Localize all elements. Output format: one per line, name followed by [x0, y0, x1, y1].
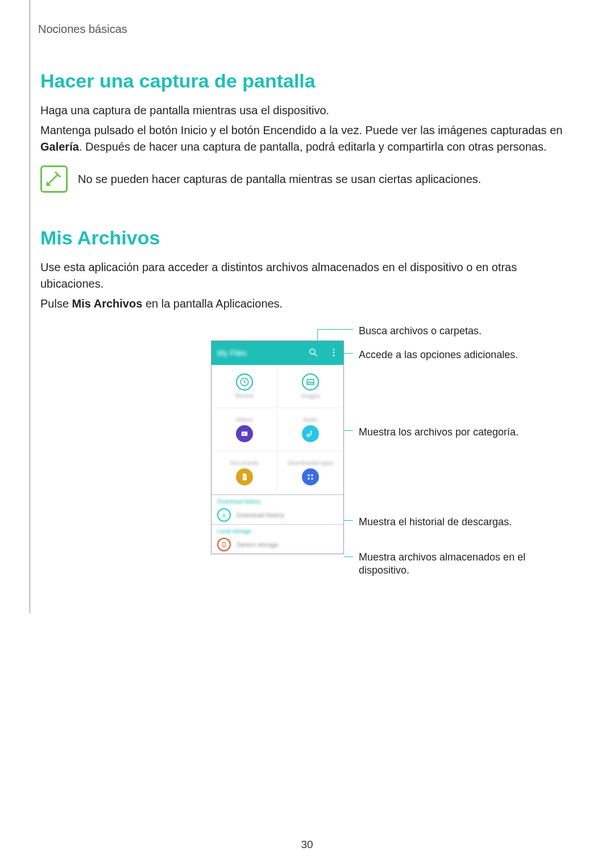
apps-download-icon [302, 468, 319, 485]
local-storage-section: Local storage Device storage [211, 525, 343, 554]
leader-line [344, 520, 353, 521]
running-header: Nociones básicas [38, 23, 587, 36]
category-grid: Recent Images Videos Audio [211, 365, 343, 495]
phone-mock: My Files Recent [211, 340, 344, 554]
bold-text: Galería [40, 140, 79, 153]
body-text: Haga una captura de pantalla mientras us… [40, 102, 563, 119]
phone-header-icons [308, 341, 339, 365]
callout-search: Busca archivos o carpetas. [359, 325, 482, 338]
phone-title: My Files [217, 348, 247, 358]
leader-line [344, 556, 353, 557]
svg-point-15 [224, 546, 225, 546]
callout-options: Accede a las opciones adicionales. [359, 348, 518, 362]
body-text: Use esta aplicación para acceder a disti… [40, 259, 563, 292]
category-label: Downloaded apps [288, 460, 333, 466]
note-text: No se pueden hacer capturas de pantalla … [78, 171, 481, 188]
svg-point-2 [333, 348, 335, 350]
svg-point-0 [310, 349, 315, 354]
callout-device: Muestra archivos almacenados en el dispo… [359, 551, 558, 578]
callout-category: Muestra los archivos por categoría. [359, 426, 518, 439]
category-label: Images [301, 393, 320, 399]
svg-rect-12 [312, 475, 313, 476]
note-icon [40, 165, 68, 193]
svg-rect-11 [308, 475, 310, 476]
search-icon[interactable] [308, 347, 318, 359]
category-label: Videos [235, 417, 252, 423]
category-label: Documents [230, 460, 259, 466]
category-label: Recent [235, 393, 254, 399]
category-videos[interactable]: Videos [211, 408, 277, 451]
heading-screenshot: Hacer una captura de pantalla [40, 70, 587, 92]
text-fragment: . Después de hacer una captura de pantal… [79, 140, 547, 153]
page-number: 30 [0, 838, 614, 851]
text-fragment: Mantenga pulsado el botón Inicio y el bo… [40, 124, 562, 136]
figure: Busca archivos o carpetas. Accede a las … [40, 329, 563, 613]
note-block: No se pueden hacer capturas de pantalla … [40, 165, 587, 193]
row-label: Device storage [237, 541, 278, 548]
category-recent[interactable]: Recent [211, 365, 277, 408]
clock-icon [236, 373, 253, 391]
device-storage-row[interactable]: Device storage [217, 538, 338, 551]
bold-text: Mis Archivos [72, 297, 143, 310]
svg-line-1 [314, 354, 317, 356]
page-content: Nociones básicas Hacer una captura de pa… [30, 0, 587, 613]
leader-line [317, 329, 318, 340]
more-icon[interactable] [329, 347, 339, 359]
download-history-row[interactable]: Download history [217, 508, 338, 522]
leader-line [317, 329, 353, 330]
image-icon [302, 373, 319, 391]
category-images[interactable]: Images [277, 365, 343, 408]
category-downloaded-apps[interactable]: Downloaded apps [277, 451, 343, 495]
svg-rect-13 [308, 478, 310, 480]
category-documents[interactable]: Documents [211, 451, 277, 495]
phone-appbar: My Files [211, 341, 343, 365]
download-history-section: Download history Download history [211, 495, 343, 525]
category-label: Audio [303, 417, 318, 423]
device-icon [217, 538, 231, 551]
callout-download: Muestra el historial de descargas. [359, 516, 512, 529]
category-audio[interactable]: Audio [277, 408, 343, 451]
document-icon [236, 468, 253, 485]
download-icon [217, 508, 231, 522]
svg-point-4 [333, 354, 335, 356]
row-label: Download history [237, 512, 284, 518]
section-header: Download history [217, 499, 338, 505]
body-text: Pulse Mis Archivos en la pantalla Aplica… [40, 296, 563, 312]
heading-myfiles: Mis Archivos [40, 227, 587, 249]
text-fragment: Pulse [40, 297, 72, 310]
leader-line [344, 430, 353, 431]
text-fragment: en la pantalla Aplicaciones. [142, 297, 283, 310]
svg-rect-6 [307, 380, 314, 385]
section-header: Local storage [217, 528, 338, 534]
music-icon [302, 425, 319, 442]
svg-point-3 [333, 351, 335, 353]
body-text: Mantenga pulsado el botón Inicio y el bo… [40, 122, 563, 155]
video-icon [236, 425, 253, 442]
